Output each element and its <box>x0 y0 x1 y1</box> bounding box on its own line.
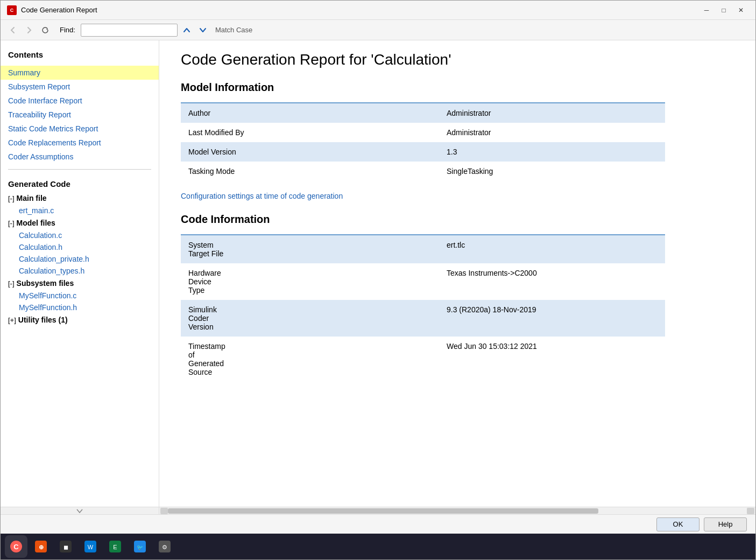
svg-text:⊕: ⊕ <box>39 544 44 550</box>
table-cell-label: SimulinkCoderVersion <box>181 300 439 337</box>
tree-label-utility: Utility files (1) <box>18 316 68 324</box>
hscroll-right-arrow[interactable] <box>747 508 754 514</box>
tree-label-main: Main file <box>17 194 47 202</box>
model-info-title: Model Information <box>181 81 734 94</box>
svg-text:C: C <box>10 8 14 13</box>
taskbar-app-7[interactable]: ⚙ <box>153 535 176 558</box>
tree-file-myself-h[interactable]: MySelfFunction.h <box>1 302 159 313</box>
table-cell-value: Administrator <box>439 103 665 123</box>
find-down-button[interactable] <box>196 23 210 37</box>
table-cell-label: HardwareDeviceType <box>181 263 439 300</box>
sidebar-item-summary[interactable]: Summary <box>1 66 159 80</box>
bottom-bar: OK Help <box>1 514 755 534</box>
taskbar-app-4[interactable]: W <box>79 535 102 558</box>
svg-text:🐦: 🐦 <box>137 544 144 551</box>
svg-text:⚙: ⚙ <box>162 544 167 550</box>
table-cell-value: SingleTasking <box>439 162 665 181</box>
taskbar-app-2[interactable]: ⊕ <box>30 535 52 558</box>
code-info-table: SystemTarget File ert.tlc HardwareDevice… <box>181 234 665 382</box>
content-scroll[interactable]: Code Generation Report for 'Calculation'… <box>159 40 755 507</box>
minimize-button[interactable]: ─ <box>698 4 715 17</box>
table-cell-label: Tasking Mode <box>181 162 439 181</box>
sidebar-item-traceability[interactable]: Traceability Report <box>1 108 159 122</box>
hscroll-left-arrow[interactable] <box>160 508 168 514</box>
table-row: Last Modified By Administrator <box>181 123 665 142</box>
svg-text:E: E <box>113 544 117 550</box>
maximize-button[interactable]: □ <box>716 4 732 17</box>
taskbar-app-5[interactable]: E <box>104 535 126 558</box>
sidebar-item-code-replacements[interactable]: Code Replacements Report <box>1 136 159 150</box>
tree-label-model: Model files <box>17 219 55 227</box>
forward-button[interactable] <box>22 23 36 37</box>
table-row: Author Administrator <box>181 103 665 123</box>
help-button[interactable]: Help <box>704 517 747 531</box>
sidebar-item-coder-assumptions[interactable]: Coder Assumptions <box>1 150 159 164</box>
taskbar-app-3[interactable]: ◼ <box>54 535 77 558</box>
ok-button[interactable]: OK <box>656 517 700 531</box>
table-cell-value: Wed Jun 30 15:03:12 2021 <box>439 337 665 382</box>
table-cell-value: 9.3 (R2020a) 18-Nov-2019 <box>439 300 665 337</box>
app-icon: C <box>7 5 17 15</box>
svg-text:W: W <box>88 544 94 550</box>
find-label: Find: <box>60 26 75 34</box>
main-layout: Contents Summary Subsystem Report Code I… <box>1 40 755 514</box>
find-up-button[interactable] <box>180 23 194 37</box>
table-row: Tasking Mode SingleTasking <box>181 162 665 181</box>
taskbar: C ⊕ ◼ W E 🐦 ⚙ <box>1 534 755 559</box>
toolbar: Find: Match Case <box>1 20 755 40</box>
tree-label-subsystem: Subsystem files <box>17 279 74 288</box>
tree-file-calculation-types[interactable]: Calculation_types.h <box>1 265 159 277</box>
find-input[interactable] <box>81 24 178 37</box>
table-cell-label: Last Modified By <box>181 123 439 142</box>
tree-file-myself-c[interactable]: MySelfFunction.c <box>1 290 159 302</box>
table-cell-value: Texas Instruments->C2000 <box>439 263 665 300</box>
hscroll-track[interactable] <box>168 508 747 514</box>
config-link[interactable]: Configuration settings at time of code g… <box>181 192 343 200</box>
sidebar-divider <box>8 169 151 170</box>
sidebar-scroll-down[interactable] <box>1 507 159 514</box>
tree-toggle-model[interactable]: [-] <box>8 219 15 227</box>
sidebar-item-code-interface[interactable]: Code Interface Report <box>1 94 159 108</box>
tree-toggle-utility[interactable]: [+] <box>8 316 16 324</box>
table-cell-label: Model Version <box>181 142 439 162</box>
sidebar: Contents Summary Subsystem Report Code I… <box>1 40 159 514</box>
window-controls: ─ □ ✕ <box>698 4 749 17</box>
back-button[interactable] <box>6 23 20 37</box>
table-row: HardwareDeviceType Texas Instruments->C2… <box>181 263 665 300</box>
tree-model-files-header: [-] Model files <box>1 216 159 229</box>
taskbar-app-1[interactable]: C <box>5 535 27 558</box>
title-bar: C Code Generation Report ─ □ ✕ <box>1 1 755 20</box>
tree-file-ert-main[interactable]: ert_main.c <box>1 205 159 216</box>
content-area: Code Generation Report for 'Calculation'… <box>159 40 755 514</box>
sidebar-item-static-code[interactable]: Static Code Metrics Report <box>1 122 159 136</box>
generated-code-label: Generated Code <box>1 175 159 192</box>
table-cell-value: 1.3 <box>439 142 665 162</box>
tree-subsystem-files-header: [-] Subsystem files <box>1 277 159 290</box>
tree-file-calculation-h[interactable]: Calculation.h <box>1 241 159 253</box>
table-row: TimestampofGeneratedSource Wed Jun 30 15… <box>181 337 665 382</box>
horizontal-scrollbar[interactable] <box>159 507 755 514</box>
taskbar-app-6[interactable]: 🐦 <box>129 535 151 558</box>
tree-utility-files-header: [+] Utility files (1) <box>1 313 159 326</box>
main-window: C Code Generation Report ─ □ ✕ Find: Mat… <box>0 0 756 560</box>
tree-file-calculation-private[interactable]: Calculation_private.h <box>1 253 159 265</box>
tree-toggle-subsystem[interactable]: [-] <box>8 279 15 288</box>
tree-toggle-main[interactable]: [-] <box>8 194 15 202</box>
sidebar-item-subsystem[interactable]: Subsystem Report <box>1 80 159 94</box>
table-row: Model Version 1.3 <box>181 142 665 162</box>
tree-file-calculation-c[interactable]: Calculation.c <box>1 229 159 241</box>
table-cell-label: SystemTarget File <box>181 235 439 263</box>
svg-text:C: C <box>13 543 19 551</box>
table-cell-value: ert.tlc <box>439 235 665 263</box>
match-case-label: Match Case <box>215 26 252 34</box>
close-button[interactable]: ✕ <box>733 4 749 17</box>
svg-text:◼: ◼ <box>63 544 68 550</box>
table-cell-label: TimestampofGeneratedSource <box>181 337 439 382</box>
hscroll-thumb[interactable] <box>168 508 598 514</box>
tree-main-file-header: [-] Main file <box>1 192 159 205</box>
refresh-button[interactable] <box>38 23 52 37</box>
window-title: Code Generation Report <box>21 6 698 14</box>
model-info-table: Author Administrator Last Modified By Ad… <box>181 102 665 181</box>
code-info-title: Code Information <box>181 213 734 226</box>
sidebar-scroll[interactable]: Contents Summary Subsystem Report Code I… <box>1 40 159 507</box>
